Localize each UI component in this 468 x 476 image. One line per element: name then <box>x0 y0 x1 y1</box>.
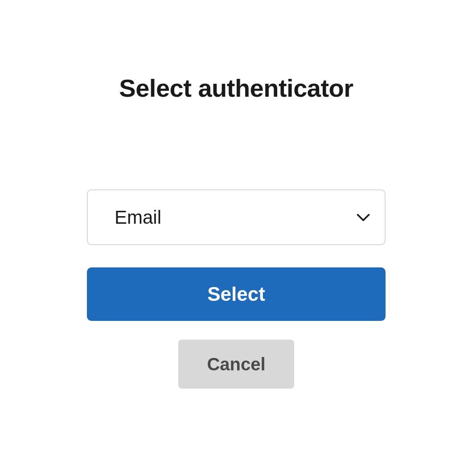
authenticator-dropdown-selected: Email <box>115 207 161 228</box>
select-button[interactable]: Select <box>87 267 386 321</box>
authenticator-dropdown-wrapper: Email <box>87 189 386 245</box>
page-title: Select authenticator <box>87 74 386 103</box>
cancel-wrapper: Cancel <box>87 340 386 389</box>
authenticator-form: Select authenticator Email Select Cancel <box>87 74 386 389</box>
authenticator-dropdown[interactable]: Email <box>87 189 386 245</box>
cancel-button[interactable]: Cancel <box>178 340 294 389</box>
